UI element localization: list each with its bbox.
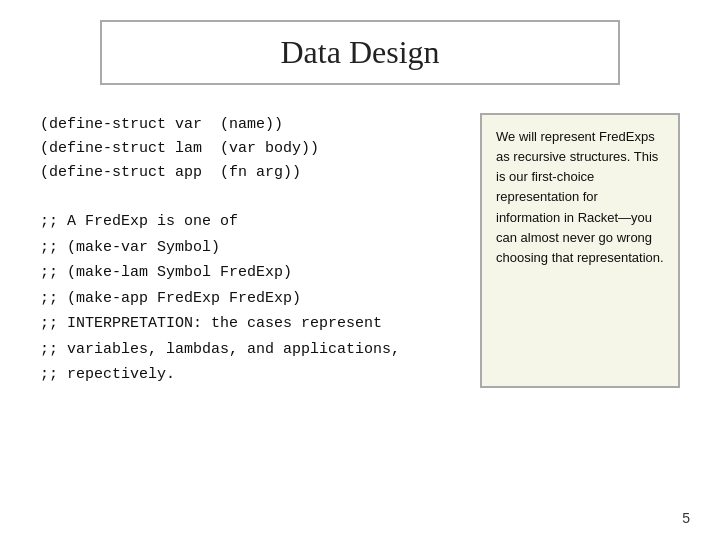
comment-line-1: ;; A FredExp is one of: [40, 213, 238, 230]
slide: Data Design (define-struct var (name)) (…: [0, 0, 720, 540]
code-line-2: (define-struct lam (var body)): [40, 140, 319, 157]
comment-line-3: ;; (make-lam Symbol FredExp): [40, 264, 292, 281]
comment-line-4: ;; (make-app FredExp FredExp): [40, 290, 301, 307]
comment-line-6: ;; variables, lambdas, and applications,: [40, 341, 400, 358]
left-content: (define-struct var (name)) (define-struc…: [40, 113, 460, 388]
slide-title: Data Design: [280, 34, 439, 70]
comment-line-5: ;; INTERPRETATION: the cases represent: [40, 315, 382, 332]
comment-block: ;; A FredExp is one of ;; (make-var Symb…: [40, 209, 460, 388]
code-block: (define-struct var (name)) (define-struc…: [40, 113, 460, 185]
title-box: Data Design: [100, 20, 620, 85]
content-area: (define-struct var (name)) (define-struc…: [40, 113, 680, 388]
side-note-text: We will represent FredExps as recursive …: [496, 129, 664, 265]
comment-line-7: ;; repectively.: [40, 366, 175, 383]
page-number: 5: [682, 510, 690, 526]
code-line-1: (define-struct var (name)): [40, 116, 283, 133]
comment-line-2: ;; (make-var Symbol): [40, 239, 220, 256]
code-line-3: (define-struct app (fn arg)): [40, 164, 301, 181]
side-note-box: We will represent FredExps as recursive …: [480, 113, 680, 388]
